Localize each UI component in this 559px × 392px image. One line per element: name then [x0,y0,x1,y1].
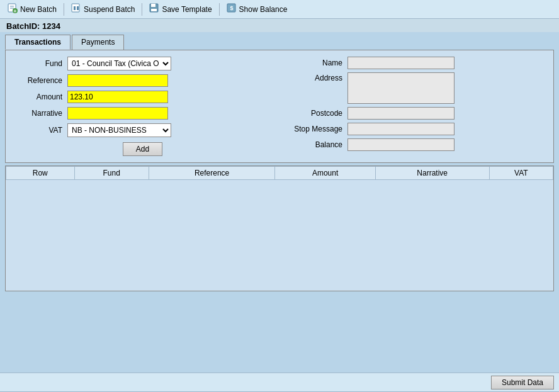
suspend-batch-button[interactable]: Suspend Batch [67,1,139,17]
svg-rect-7 [77,6,79,10]
show-balance-icon: $ [227,3,237,15]
batch-id: BatchID: 1234 [6,21,60,31]
table-header-row: Row Fund Reference Amount Narrative VAT [6,167,553,180]
col-narrative: Narrative [375,167,489,180]
col-row: Row [6,167,75,180]
reference-label: Reference [12,76,62,85]
fund-row: Fund 01 - Council Tax (Civica Open [12,57,273,70]
narrative-input[interactable] [67,107,168,120]
add-btn-row: Add [12,142,273,156]
new-batch-label: New Batch [20,5,57,14]
save-template-label: Save Template [162,5,212,14]
vat-select[interactable]: NB - NON-BUSINESS [67,123,171,137]
suspend-batch-label: Suspend Batch [84,5,135,14]
balance-row: Balance [286,138,547,151]
table-container: Row Fund Reference Amount Narrative VAT [5,165,554,291]
stop-message-input[interactable] [347,123,455,135]
fund-select[interactable]: 01 - Council Tax (Civica Open [67,57,171,70]
balance-label: Balance [286,140,342,149]
form-right: Name Address Postcode Stop Message Balan… [286,57,547,156]
save-template-icon [149,3,159,15]
suspend-batch-icon [71,3,81,15]
name-input[interactable] [347,57,455,69]
address-label: Address [286,74,342,82]
narrative-row: Narrative [12,107,273,120]
bottom-bar: Submit Data [0,372,559,391]
col-fund: Fund [74,167,149,180]
reference-input[interactable] [67,74,168,87]
svg-rect-9 [151,4,155,7]
form-panel: Fund 01 - Council Tax (Civica Open Refer… [5,50,554,163]
tab-payments[interactable]: Payments [72,35,124,50]
tab-transactions[interactable]: Transactions [5,35,71,50]
form-left: Fund 01 - Council Tax (Civica Open Refer… [12,57,273,156]
reference-row: Reference [12,74,273,87]
narrative-label: Narrative [12,109,62,118]
tab-bar: Transactions Payments [5,35,554,50]
new-batch-button[interactable]: + New Batch [3,1,61,17]
svg-text:$: $ [230,5,233,11]
col-vat: VAT [489,167,553,180]
col-reference: Reference [149,167,274,180]
toolbar-separator-3 [219,3,220,16]
balance-input[interactable] [347,138,455,151]
vat-row: VAT NB - NON-BUSINESS [12,123,273,137]
form-body: Fund 01 - Council Tax (Civica Open Refer… [12,57,547,156]
data-table: Row Fund Reference Amount Narrative VAT [6,166,553,180]
toolbar: + New Batch Suspend Batch Save Template [0,0,559,19]
stop-message-row: Stop Message [286,123,547,135]
address-row: Address [286,72,547,104]
col-amount: Amount [275,167,375,180]
postcode-row: Postcode [286,107,547,120]
svg-text:+: + [13,8,16,13]
address-input[interactable] [347,72,455,104]
postcode-label: Postcode [286,109,342,118]
amount-row: Amount [12,91,273,103]
svg-rect-6 [74,6,76,10]
amount-label: Amount [12,92,62,101]
amount-input[interactable] [67,91,168,103]
save-template-button[interactable]: Save Template [145,1,216,17]
postcode-input[interactable] [347,107,455,120]
svg-rect-10 [151,9,157,11]
vat-label: VAT [12,126,62,135]
toolbar-separator-1 [64,3,64,16]
name-label: Name [286,59,342,67]
add-button[interactable]: Add [123,142,162,156]
stop-message-label: Stop Message [286,125,342,133]
show-balance-label: Show Balance [239,5,288,14]
batch-id-bar: BatchID: 1234 [0,19,559,32]
name-row: Name [286,57,547,69]
main-area: Transactions Payments Fund 01 - Council … [0,32,559,372]
submit-data-button[interactable]: Submit Data [491,376,554,389]
new-batch-icon: + [8,3,18,15]
toolbar-separator-2 [142,3,142,16]
fund-label: Fund [12,59,62,68]
show-balance-button[interactable]: $ Show Balance [222,1,292,17]
